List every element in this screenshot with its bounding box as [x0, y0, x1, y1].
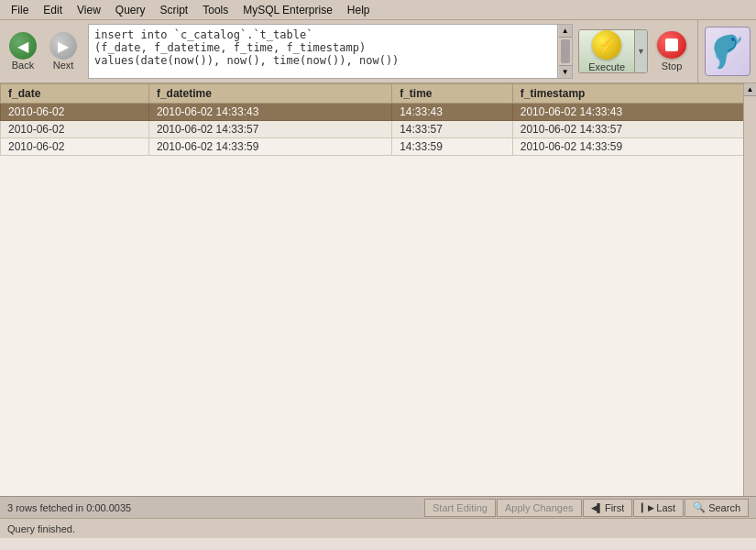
menu-script[interactable]: Script: [153, 2, 196, 18]
next-button[interactable]: ▶ Next: [44, 28, 82, 75]
execute-button-group: ⚡ Execute ▼: [578, 29, 648, 73]
editor-scroll-up[interactable]: ▲: [559, 25, 572, 38]
first-button[interactable]: ◀▌ First: [583, 499, 633, 517]
menu-help[interactable]: Help: [340, 2, 378, 18]
execute-dropdown[interactable]: ▼: [634, 29, 647, 73]
statusbar: 3 rows fetched in 0:00.0035 Start Editin…: [0, 496, 756, 518]
editor-scroll-down[interactable]: ▼: [559, 65, 572, 78]
col-header-f_time: f_time: [392, 84, 513, 104]
menubar: File Edit View Query Script Tools MySQL …: [0, 0, 756, 20]
results-table: f_date f_datetime f_time f_timestamp 201…: [0, 83, 756, 156]
apply-changes-button[interactable]: Apply Changes: [497, 499, 582, 517]
table-row[interactable]: 2010-06-022010-06-02 14:33:5914:33:59201…: [1, 138, 756, 156]
col-header-f_date: f_date: [1, 84, 149, 104]
menu-query[interactable]: Query: [108, 2, 153, 18]
col-header-f_datetime: f_datetime: [148, 84, 391, 104]
menu-view[interactable]: View: [70, 2, 108, 18]
search-icon: 🔍: [693, 501, 706, 513]
menu-mysql-enterprise[interactable]: MySQL Enterprise: [236, 2, 340, 18]
search-button[interactable]: 🔍 Search: [685, 499, 749, 517]
last-button[interactable]: ▎▶ Last: [633, 499, 684, 517]
execute-button[interactable]: ⚡ Execute: [579, 29, 634, 73]
scroll-up-arrow[interactable]: ▲: [744, 83, 757, 96]
table-header-row: f_date f_datetime f_time f_timestamp: [1, 84, 756, 104]
content-area: f_date f_datetime f_time f_timestamp 201…: [0, 83, 756, 538]
messagebar: Query finished.: [0, 518, 756, 538]
table-row[interactable]: 2010-06-022010-06-02 14:33:5714:33:57201…: [1, 121, 756, 138]
back-button[interactable]: ◀ Back: [4, 28, 42, 75]
start-editing-button[interactable]: Start Editing: [424, 499, 496, 517]
last-icon: ▎▶: [641, 503, 654, 512]
results-table-container: f_date f_datetime f_time f_timestamp 201…: [0, 83, 756, 516]
sql-editor[interactable]: insert into `c_catalog`.`t_table` (f_dat…: [88, 24, 558, 79]
mysql-logo: [697, 20, 756, 82]
first-icon: ◀▌: [591, 503, 603, 512]
table-row[interactable]: 2010-06-022010-06-02 14:33:4314:33:43201…: [1, 104, 756, 121]
svg-point-0: [731, 38, 735, 41]
menu-edit[interactable]: Edit: [36, 2, 70, 18]
dolphin-icon: [711, 31, 744, 72]
menu-file[interactable]: File: [4, 2, 36, 18]
message-text: Query finished.: [7, 523, 75, 534]
stop-button[interactable]: Stop: [650, 29, 694, 73]
status-text: 3 rows fetched in 0:00.0035: [7, 502, 424, 513]
menu-tools[interactable]: Tools: [195, 2, 236, 18]
results-scrollbar[interactable]: ▲ ▼: [743, 83, 756, 516]
col-header-f_timestamp: f_timestamp: [512, 84, 755, 104]
